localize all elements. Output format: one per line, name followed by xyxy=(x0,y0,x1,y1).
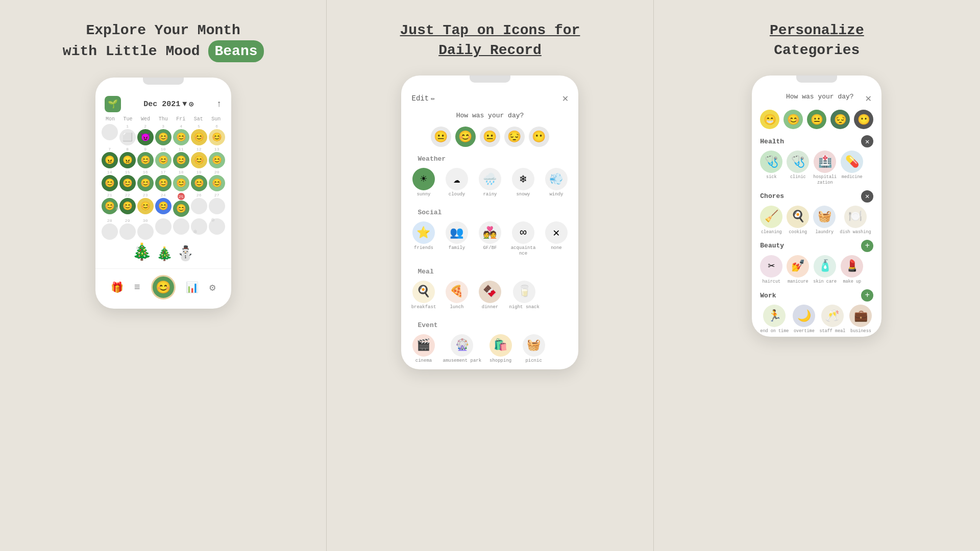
table-row[interactable]: 19😊 xyxy=(191,170,207,191)
table-row[interactable]: 30 xyxy=(137,218,154,240)
list-item[interactable]: 🧺 picnic xyxy=(520,334,548,364)
breakfast-icon[interactable]: 🍳 xyxy=(412,281,435,303)
table-row[interactable]: 9😊 xyxy=(137,147,154,168)
nightsnack-icon[interactable]: 🥛 xyxy=(513,281,535,303)
list-item[interactable]: 💑 GF/BF xyxy=(476,221,504,257)
edit-button[interactable]: Edit ✏️ xyxy=(411,94,435,103)
gfbf-icon[interactable]: 💑 xyxy=(479,221,501,244)
rainy-icon[interactable]: 🌧️ xyxy=(479,168,501,190)
close-button-p3[interactable]: ✕ xyxy=(865,92,871,105)
sunny-icon[interactable]: ☀️ xyxy=(412,168,435,190)
table-row[interactable]: 29 xyxy=(119,218,136,240)
list-item[interactable]: 💄 make up xyxy=(841,255,863,284)
sick-icon[interactable]: 🩺 xyxy=(760,151,782,173)
close-button[interactable]: ✕ xyxy=(562,92,568,105)
mood-option-1[interactable]: 😐 xyxy=(431,127,451,147)
clinic-icon[interactable]: 🩺 xyxy=(787,151,809,173)
table-row[interactable]: 18😊 xyxy=(173,170,189,191)
business-icon[interactable]: 💼 xyxy=(849,305,872,327)
list-item[interactable]: 🍫 dinner xyxy=(476,281,504,310)
amusementpark-icon[interactable]: 🎡 xyxy=(451,334,473,357)
table-row[interactable]: 10😊 xyxy=(155,147,172,168)
list-item[interactable]: ∞ acquaintance xyxy=(509,221,537,257)
windy-icon[interactable]: 💨 xyxy=(545,168,568,190)
table-row[interactable]: 14😊 xyxy=(102,170,118,191)
dishwashing-icon[interactable]: 🍽️ xyxy=(844,206,867,228)
chart-icon[interactable]: 📊 xyxy=(186,281,199,294)
gift-icon[interactable]: 🎁 xyxy=(111,281,124,294)
table-row[interactable]: 27 xyxy=(209,193,225,217)
add-work-button[interactable]: + xyxy=(861,289,873,302)
hospitalization-icon[interactable]: 🏥 xyxy=(814,151,836,173)
list-item[interactable]: 🏥 hospitalization xyxy=(813,151,837,185)
list-item[interactable]: 🍕 lunch xyxy=(443,281,471,310)
table-row[interactable]: 23😊 xyxy=(137,193,154,217)
table-row[interactable]: 26 xyxy=(191,193,207,217)
list-item[interactable]: 🌧️ rainy xyxy=(476,168,504,197)
list-item[interactable]: 🏃 end on time xyxy=(760,305,789,334)
table-row[interactable]: 8😠 xyxy=(119,147,136,168)
table-row[interactable]: 15😊 xyxy=(119,170,136,191)
list-item[interactable]: 💊 medicine xyxy=(841,151,863,185)
table-row[interactable]: 12😊 xyxy=(191,147,207,168)
table-row[interactable]: 25😊 xyxy=(173,193,189,217)
table-row[interactable]: 4😊 xyxy=(173,124,189,145)
list-item[interactable]: 🧴 skin care xyxy=(813,255,837,284)
table-row[interactable]: 17😊 xyxy=(155,170,172,191)
list-item[interactable]: 🧹 cleaning xyxy=(760,206,782,235)
list-item[interactable]: 🎬 cinema xyxy=(409,334,437,364)
table-row[interactable]: 11😊 xyxy=(173,147,189,168)
list-item[interactable]: 🩺 clinic xyxy=(787,151,809,185)
table-row[interactable]: 24😊 xyxy=(155,193,172,217)
medicine-icon[interactable]: 💊 xyxy=(841,151,863,173)
list-item[interactable]: ⭐ friends xyxy=(409,221,437,257)
list-item[interactable]: ☁️ cloudy xyxy=(443,168,471,197)
list-item[interactable]: 🎡 amusement park xyxy=(443,334,481,364)
list-item[interactable]: 🍽️ dish washing xyxy=(840,206,871,235)
list-item[interactable]: 💅 manicure xyxy=(787,255,809,284)
shopping-icon[interactable]: 🛍️ xyxy=(489,334,512,357)
cinema-icon[interactable]: 🎬 xyxy=(412,334,435,357)
cooking-icon[interactable]: 🍳 xyxy=(787,206,809,228)
table-row[interactable]: 13😊 xyxy=(209,147,225,168)
list-item[interactable]: ❄️ snowy xyxy=(509,168,537,197)
mood-p3-5[interactable]: 😶 xyxy=(854,110,873,129)
table-row[interactable]: 28 xyxy=(102,218,118,240)
friends-icon[interactable]: ⭐ xyxy=(412,221,435,244)
remove-chores-button[interactable]: ✕ xyxy=(861,190,873,203)
haircut-icon[interactable]: ✂️ xyxy=(760,255,782,278)
overtime-icon[interactable]: 🌙 xyxy=(793,305,815,327)
snowy-icon[interactable]: ❄️ xyxy=(512,168,534,190)
picnic-icon[interactable]: 🧺 xyxy=(523,334,545,357)
add-beauty-button[interactable]: + xyxy=(861,240,873,252)
table-row[interactable]: 5😊 xyxy=(191,124,207,145)
manicure-icon[interactable]: 💅 xyxy=(787,255,809,278)
list-item[interactable]: 🧺 laundry xyxy=(813,206,836,235)
table-row[interactable]: 21😊 xyxy=(102,193,118,217)
table-row[interactable]: 22😊 xyxy=(119,193,136,217)
list-item[interactable]: 🥂 staff meal xyxy=(819,305,845,334)
mood-p3-1[interactable]: 😁 xyxy=(760,110,779,129)
endOnTime-icon[interactable]: 🏃 xyxy=(763,305,786,327)
settings-icon[interactable]: ⚙ xyxy=(209,281,215,294)
list-item[interactable]: 🍳 cooking xyxy=(787,206,809,235)
list-item[interactable]: ✕ none xyxy=(542,221,570,257)
table-row[interactable]: 16😊 xyxy=(137,170,154,191)
table-row[interactable]: 1⬜ xyxy=(119,124,136,145)
list-item[interactable]: ☀️ sunny xyxy=(409,168,437,197)
remove-health-button[interactable]: ✕ xyxy=(861,135,873,147)
mood-option-3[interactable]: 😐 xyxy=(480,127,500,147)
mood-option-4[interactable]: 😔 xyxy=(504,127,525,147)
skincare-icon[interactable]: 🧴 xyxy=(814,255,836,278)
cleaning-icon[interactable]: 🧹 xyxy=(760,206,782,228)
list-item[interactable]: 💼 business xyxy=(849,305,872,334)
list-item[interactable]: ✂️ haircut xyxy=(760,255,782,284)
table-row[interactable]: 6😊 xyxy=(209,124,225,145)
list-item[interactable]: 🥛 night snack xyxy=(509,281,539,310)
family-icon[interactable]: 👥 xyxy=(446,221,468,244)
table-row[interactable]: 2😈 xyxy=(137,124,154,145)
staffmeal-icon[interactable]: 🥂 xyxy=(821,305,844,327)
makeup-icon[interactable]: 💄 xyxy=(841,255,863,278)
menu-icon[interactable]: ≡ xyxy=(134,282,140,293)
lunch-icon[interactable]: 🍕 xyxy=(446,281,468,303)
